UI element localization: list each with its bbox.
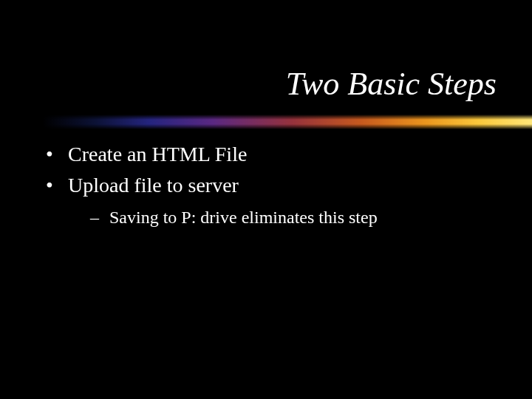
slide-title: Two Basic Steps xyxy=(286,65,497,103)
slide-body: • Create an HTML File • Upload file to s… xyxy=(46,140,502,229)
list-item-label: Create an HTML File xyxy=(68,140,247,168)
dash-icon: – xyxy=(90,205,109,229)
bullet-icon: • xyxy=(46,140,68,168)
accent-divider xyxy=(0,115,532,129)
bullet-icon: • xyxy=(46,171,68,200)
list-item: • Upload file to server xyxy=(46,171,502,200)
sub-list-item: – Saving to P: drive eliminates this ste… xyxy=(90,205,502,229)
list-item: • Create an HTML File xyxy=(46,140,502,168)
slide: Two Basic Steps • Create an HTML File • … xyxy=(0,0,532,399)
list-item-label: Upload file to server xyxy=(68,171,239,200)
sub-list-item-label: Saving to P: drive eliminates this step xyxy=(109,205,378,229)
